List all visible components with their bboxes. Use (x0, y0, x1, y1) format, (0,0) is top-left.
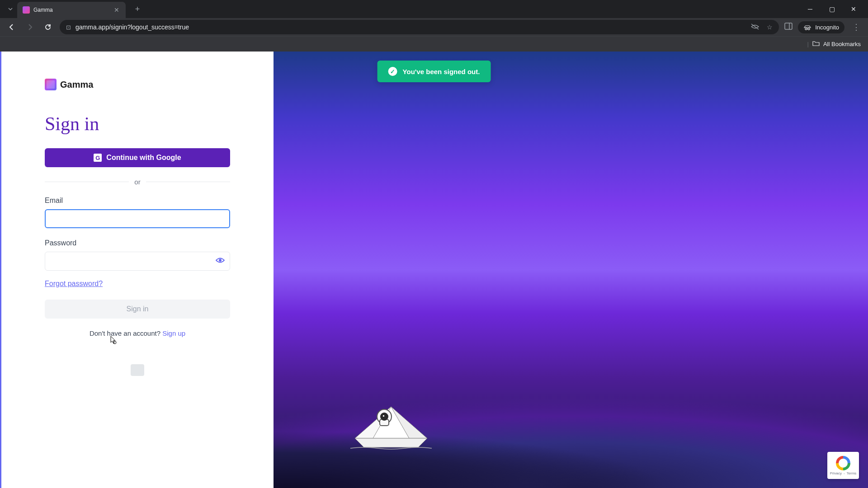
logo-icon (45, 79, 57, 90)
tab-favicon (23, 6, 30, 14)
back-button[interactable] (5, 21, 18, 33)
password-label: Password (45, 239, 230, 247)
recaptcha-privacy[interactable]: Privacy (830, 471, 842, 475)
browser-toolbar: ⊡ gamma.app/signin?logout_success=true ☆… (0, 18, 868, 36)
all-bookmarks-link[interactable]: All Bookmarks (823, 41, 861, 47)
page-content: Gamma Sign in G Continue with Google or … (0, 52, 868, 488)
show-password-button[interactable] (216, 257, 225, 265)
svg-rect-6 (383, 415, 384, 417)
incognito-icon (803, 24, 811, 30)
site-settings-icon[interactable]: ⊡ (66, 24, 71, 31)
google-icon: G (94, 154, 102, 162)
bookmark-star-icon[interactable]: ☆ (767, 23, 773, 31)
signup-prompt: Don't have an account? Sign up (45, 329, 230, 337)
footer-logo (131, 364, 144, 376)
side-panel-icon[interactable] (784, 23, 793, 32)
eye-icon (216, 257, 225, 263)
browser-tab[interactable]: Gamma ✕ (17, 2, 126, 18)
incognito-label: Incognito (815, 24, 839, 31)
signup-prompt-text: Don't have an account? (90, 329, 162, 337)
maximize-button[interactable]: ▢ (826, 5, 838, 13)
check-icon: ✓ (388, 67, 397, 76)
google-button-label: Continue with Google (106, 154, 181, 162)
tab-title: Gamma (33, 7, 109, 13)
signin-button[interactable]: Sign in (45, 300, 230, 319)
divider: or (45, 178, 230, 186)
svg-rect-0 (785, 23, 792, 29)
new-tab-button[interactable]: + (131, 3, 144, 15)
bookmarks-bar: | All Bookmarks (0, 36, 868, 52)
address-bar[interactable]: ⊡ gamma.app/signin?logout_success=true ☆ (60, 20, 779, 34)
continue-with-google-button[interactable]: G Continue with Google (45, 148, 230, 167)
signout-toast: ✓ You've been signed out. (377, 61, 491, 82)
forgot-password-link[interactable]: Forgot password? (45, 280, 103, 288)
password-input[interactable] (45, 252, 230, 271)
browser-menu-button[interactable]: ⋮ (850, 21, 863, 33)
incognito-badge[interactable]: Incognito (798, 21, 844, 33)
page-title: Sign in (45, 113, 230, 135)
minimize-button[interactable]: ─ (804, 5, 816, 13)
boat-illustration (337, 389, 445, 456)
folder-icon (812, 40, 820, 48)
email-input[interactable] (45, 209, 230, 228)
signin-panel: Gamma Sign in G Continue with Google or … (0, 52, 274, 488)
svg-point-2 (219, 259, 222, 262)
logo: Gamma (45, 79, 230, 90)
recaptcha-icon (836, 456, 850, 470)
reload-button[interactable] (42, 21, 54, 33)
forward-button[interactable] (24, 21, 36, 33)
incognito-eye-icon[interactable] (750, 23, 760, 32)
url-text: gamma.app/signin?logout_success=true (75, 23, 189, 31)
toast-message: You've been signed out. (403, 68, 480, 75)
close-tab-icon[interactable]: ✕ (113, 6, 120, 14)
recaptcha-badge[interactable]: Privacy - Terms (827, 452, 859, 479)
window-controls: ─ ▢ ✕ (804, 5, 864, 13)
signup-link[interactable]: Sign up (162, 329, 185, 337)
close-window-button[interactable]: ✕ (847, 5, 860, 13)
hero-image: Privacy - Terms (274, 52, 868, 488)
logo-text: Gamma (60, 80, 93, 90)
tab-search-dropdown[interactable] (4, 2, 17, 16)
recaptcha-terms[interactable]: Terms (847, 471, 857, 475)
divider-text: or (129, 178, 146, 186)
browser-tab-strip: Gamma ✕ + ─ ▢ ✕ (0, 0, 868, 18)
email-label: Email (45, 197, 230, 205)
